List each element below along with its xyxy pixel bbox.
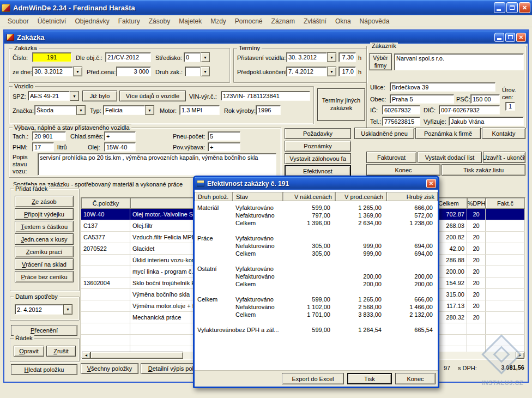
maximize-button[interactable] bbox=[506, 2, 518, 13]
dic-field[interactable]: 007-60267932 bbox=[439, 105, 500, 114]
prace-bez-ceniku-button[interactable]: Práce bez ceníku bbox=[15, 271, 74, 282]
menu-item-okna[interactable]: Okna bbox=[331, 16, 355, 26]
pristaveni-time-field[interactable]: 7.30 bbox=[338, 52, 356, 62]
phm-field[interactable]: 17 bbox=[32, 142, 54, 152]
opravit-button[interactable]: Opravit bbox=[14, 346, 44, 357]
menu-item-objednavky[interactable]: Objednávky bbox=[70, 16, 113, 26]
menu-item-majetek[interactable]: Majetek bbox=[174, 16, 206, 26]
ukonceni-time-field[interactable]: 17.0 bbox=[338, 67, 356, 76]
export-do-excel-button[interactable]: Export do Excel bbox=[282, 373, 344, 384]
chlad-smes-field[interactable]: + bbox=[104, 131, 136, 141]
vystavit-zalohovou-fa-button[interactable]: Vystavit zálohovou fa bbox=[285, 153, 351, 164]
scroll-right-icon[interactable]: ► bbox=[516, 352, 524, 359]
vyrizuje-field[interactable]: Jakub Vrána bbox=[449, 117, 524, 126]
fakturovat-button[interactable]: Fakturovat bbox=[366, 152, 416, 163]
column-header-fakt[interactable]: Fakt.č bbox=[486, 198, 525, 209]
chevron-down-icon[interactable]: ▼ bbox=[201, 52, 210, 62]
chevron-down-icon[interactable]: ▼ bbox=[145, 105, 154, 115]
motor-field[interactable]: 1.3 MPI bbox=[179, 105, 220, 115]
olej-field[interactable]: 15W-40 bbox=[104, 142, 136, 152]
zakazka-close-button[interactable]: ✕ bbox=[516, 33, 526, 42]
poznamky-button[interactable]: Poznámky bbox=[285, 141, 351, 152]
menu-item-pomocne[interactable]: Pomocné bbox=[231, 16, 267, 26]
vraceni-na-sklad-button[interactable]: Vrácení na sklad bbox=[15, 258, 74, 270]
scrollbar-thumb[interactable] bbox=[90, 352, 183, 359]
vice-udaju-button[interactable]: Více údajů o vozidle bbox=[119, 91, 186, 101]
rok-vyroby-field[interactable]: 1996 bbox=[256, 105, 281, 115]
chevron-down-icon[interactable]: ▼ bbox=[201, 67, 210, 76]
ze-zasob-button[interactable]: Ze zásob bbox=[15, 196, 74, 207]
menu-item-zaznam[interactable]: Záznam bbox=[267, 16, 299, 26]
column-header-hruby-zisk[interactable]: Hrubý zisk bbox=[386, 192, 438, 201]
column-header-nakl-cenach[interactable]: V nákl.cenách bbox=[283, 192, 335, 201]
tel-field[interactable]: 775623815 bbox=[382, 117, 420, 126]
tach-field[interactable]: 20 901 bbox=[32, 131, 66, 141]
textem-s-castkou-button[interactable]: Textem s částkou bbox=[15, 221, 74, 232]
dialog-konec-button[interactable]: Konec bbox=[395, 373, 436, 384]
hledat-polozku-button[interactable]: Hledat položku bbox=[11, 364, 77, 375]
chevron-down-icon[interactable]: ▼ bbox=[327, 67, 336, 76]
minimize-button[interactable] bbox=[494, 2, 505, 13]
vyber-firmy-button[interactable]: Výběr firmy bbox=[369, 53, 392, 70]
terminy-jinych-zakazek-button[interactable]: Termíny jiných zakázek bbox=[317, 88, 365, 121]
firma-field[interactable]: Narvani spol.s r.o. bbox=[394, 53, 524, 70]
jedn-cena-x-kusy-button[interactable]: Jedn.cena x kusy bbox=[15, 233, 74, 245]
chevron-down-icon[interactable]: ▼ bbox=[73, 67, 82, 76]
znacka-select[interactable]: Škoda ▼ bbox=[34, 105, 86, 115]
pripojit-vydejku-button[interactable]: Připojit výdejku bbox=[15, 208, 74, 220]
column-header-cislo-polozky[interactable]: Č.položky bbox=[81, 198, 130, 209]
z-ceniku-praci-button[interactable]: Z ceníku prací bbox=[15, 246, 74, 257]
ulice-field[interactable]: Brdečkova 39 bbox=[390, 82, 495, 92]
column-header-dph[interactable]: %DPH bbox=[467, 198, 486, 209]
dle-obj-field[interactable]: 21/CV-2012 bbox=[105, 52, 151, 62]
zakazka-maximize-button[interactable] bbox=[505, 33, 515, 42]
pneu-pocet-field[interactable]: 5 bbox=[208, 131, 240, 141]
menu-item-soubor[interactable]: Soubor bbox=[3, 16, 33, 26]
chevron-down-icon[interactable]: ▼ bbox=[70, 91, 79, 101]
poznamka-k-firme-button[interactable]: Poznámka k firmě bbox=[415, 128, 481, 139]
menu-item-mzdy[interactable]: Mzdy bbox=[206, 16, 231, 26]
ic-field[interactable]: 60267932 bbox=[382, 105, 420, 114]
zakazka-minimize-button[interactable] bbox=[494, 33, 504, 42]
column-header-prod-cenach[interactable]: V prod.cenách bbox=[335, 192, 386, 201]
pred-cena-field[interactable]: 3 000 bbox=[116, 67, 151, 76]
jiz-bylo-button[interactable]: Již bylo bbox=[82, 91, 117, 101]
vystavit-dodaci-list-button[interactable]: Vystavit dodací list bbox=[418, 152, 482, 163]
scroll-left-icon[interactable]: ◄ bbox=[82, 352, 90, 359]
psc-field[interactable]: 150 00 bbox=[470, 94, 500, 104]
menu-item-faktury[interactable]: Faktury bbox=[114, 16, 144, 26]
column-header-stav[interactable]: Stav bbox=[233, 192, 283, 201]
obec-field[interactable]: Praha 5 bbox=[390, 94, 454, 104]
kontakty-button[interactable]: Kontakty bbox=[482, 128, 525, 139]
tisk-zakaz-listu-button[interactable]: Tisk zakáz.listu bbox=[442, 164, 525, 176]
pozadavky-button[interactable]: Požadavky bbox=[285, 128, 351, 139]
pov-vybava-field[interactable]: + bbox=[208, 142, 240, 152]
stredisko-select[interactable]: 0 ▼ bbox=[184, 52, 210, 62]
efektivnost-button[interactable]: Efektivnost bbox=[285, 165, 351, 177]
spz-select[interactable]: AES 49-21 ▼ bbox=[28, 91, 79, 101]
vin-field[interactable]: 123VIN- 7181123841 bbox=[221, 91, 310, 101]
pristaveni-date-select[interactable]: 30. 3.2012 ▼ bbox=[286, 52, 336, 62]
cislo-field[interactable]: 191 bbox=[32, 52, 71, 62]
vsechny-polozky-button[interactable]: Všechny položky bbox=[81, 363, 138, 374]
uzavrit-ukoncit-button[interactable]: Uzavřít - ukončit bbox=[483, 152, 525, 163]
zrusit-button[interactable]: Zrušit bbox=[46, 346, 76, 357]
preceneni-button[interactable]: Přecenění bbox=[11, 325, 77, 336]
konec-button[interactable]: Konec bbox=[366, 164, 440, 176]
menu-item-zvlastni[interactable]: Zvláštní bbox=[299, 16, 331, 26]
urov-cen-field[interactable]: 1 bbox=[505, 102, 515, 111]
druh-zak-select[interactable]: ▼ bbox=[185, 67, 210, 76]
datum-spotreby-select[interactable]: 2. 4.2012 ▼ bbox=[15, 304, 72, 315]
menu-item-ucetnictvi[interactable]: Účetnictví bbox=[33, 16, 71, 26]
chevron-down-icon[interactable]: ▼ bbox=[63, 304, 72, 315]
chevron-down-icon[interactable]: ▼ bbox=[76, 105, 86, 115]
menu-item-napoveda[interactable]: Nápověda bbox=[355, 16, 394, 26]
ukonceni-date-select[interactable]: 7. 4.2012 ▼ bbox=[286, 67, 336, 76]
chevron-down-icon[interactable]: ▼ bbox=[327, 52, 336, 62]
popis-stavu-textarea[interactable]: servisní prohlídka po 20 tis.km , výměna… bbox=[38, 153, 276, 176]
uskladnene-pneu-button[interactable]: Uskladněné pneu bbox=[354, 128, 414, 139]
column-header-druh-poloz[interactable]: Druh polož. bbox=[195, 192, 233, 201]
close-button[interactable]: ✕ bbox=[519, 2, 530, 13]
typ-select[interactable]: Felicia ▼ bbox=[103, 105, 154, 115]
tisk-button[interactable]: Tisk bbox=[347, 373, 392, 384]
